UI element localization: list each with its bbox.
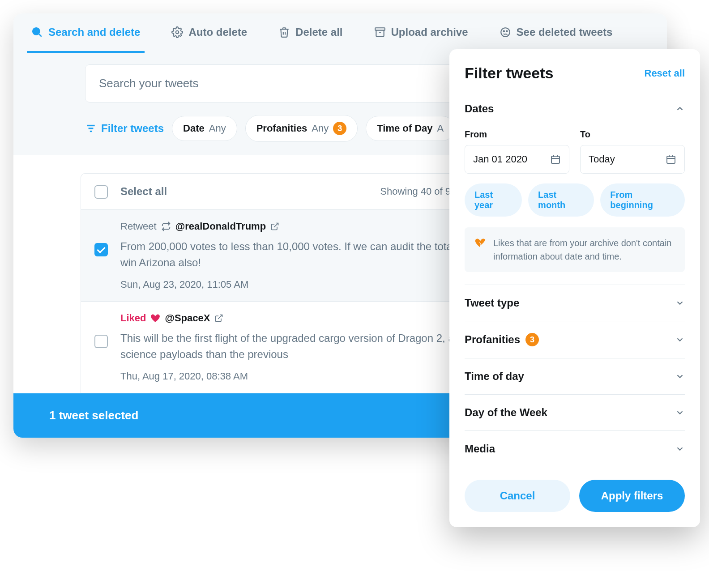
tweet-handle: @realDonaldTrump [175, 221, 266, 232]
archive-icon [374, 26, 386, 38]
external-link-icon[interactable] [270, 222, 279, 231]
tweet-type-label: Liked [120, 312, 146, 324]
tab-label: Auto delete [188, 26, 247, 38]
tweet-checkbox[interactable] [94, 335, 108, 348]
tab-upload-archive[interactable]: Upload archive [370, 13, 473, 53]
chevron-down-icon [675, 298, 685, 308]
svg-line-1 [39, 34, 42, 37]
cancel-button[interactable]: Cancel [465, 480, 570, 512]
svg-line-12 [218, 315, 222, 319]
trash-icon [278, 26, 290, 38]
retweet-icon [161, 222, 171, 231]
filter-tweets-button[interactable]: Filter tweets [85, 122, 164, 135]
date-to-field[interactable]: Today [580, 145, 685, 174]
date-to-label: To [580, 129, 685, 140]
tab-search-and-delete[interactable]: Search and delete [27, 13, 145, 53]
filter-panel-header: Filter tweets Reset all [449, 49, 700, 91]
chevron-down-icon [675, 444, 685, 454]
section-label: Dates [465, 102, 494, 115]
section-label: Tweet type [465, 297, 519, 309]
date-info-box: Likes that are from your archive don't c… [465, 227, 685, 272]
select-all-checkbox[interactable] [94, 185, 108, 199]
section-day-of-week[interactable]: Day of the Week [465, 394, 685, 430]
date-from-field[interactable]: Jan 01 2020 [465, 145, 569, 174]
filter-panel-body: Dates From Jan 01 2020 To Today Last yea… [449, 91, 700, 467]
pill-badge: 3 [333, 122, 346, 135]
svg-rect-17 [667, 156, 675, 163]
reset-all-button[interactable]: Reset all [645, 68, 685, 79]
svg-point-7 [506, 31, 508, 32]
tab-label: Delete all [295, 26, 342, 38]
tweet-type-label: Retweet [120, 221, 157, 232]
date-to-col: To Today [580, 129, 685, 174]
svg-point-2 [176, 31, 179, 34]
section-label: Profanities 3 [465, 333, 539, 346]
chevron-down-icon [675, 371, 685, 381]
filter-icon [85, 123, 97, 134]
filter-tweets-label: Filter tweets [101, 122, 164, 135]
date-from-value: Jan 01 2020 [473, 153, 527, 165]
quick-date-row: Last year Last month From beginning [465, 183, 685, 217]
heart-broken-icon [474, 237, 486, 249]
date-info-text: Likes that are from your archive don't c… [493, 236, 675, 263]
pill-value: Any [209, 123, 226, 134]
section-media[interactable]: Media [465, 430, 685, 467]
tab-label: Upload archive [391, 26, 468, 38]
section-label: Day of the Week [465, 406, 547, 419]
chevron-down-icon [675, 335, 685, 345]
tab-label: See deleted tweets [517, 26, 613, 38]
external-link-icon[interactable] [214, 314, 223, 323]
heart-icon [150, 313, 160, 323]
tab-delete-all[interactable]: Delete all [274, 13, 347, 53]
pill-label: Date [183, 123, 205, 134]
pill-value: A [437, 123, 444, 134]
section-label: Media [465, 443, 495, 455]
chevron-up-icon [675, 104, 685, 114]
tab-label: Search and delete [48, 26, 140, 38]
selection-count: 1 tweet selected [49, 409, 138, 422]
tab-auto-delete[interactable]: Auto delete [167, 13, 252, 53]
gear-icon [171, 26, 183, 38]
pill-value: Any [312, 123, 329, 134]
quick-from-beginning[interactable]: From beginning [600, 183, 685, 217]
select-all-label: Select all [120, 185, 167, 198]
section-time-of-day[interactable]: Time of day [465, 358, 685, 394]
section-profanities[interactable]: Profanities 3 [465, 321, 685, 358]
svg-rect-13 [551, 156, 560, 163]
filter-panel: Filter tweets Reset all Dates From Jan 0… [449, 49, 700, 527]
tweet-checkbox[interactable] [94, 243, 108, 256]
section-tweet-type[interactable]: Tweet type [465, 285, 685, 321]
apply-filters-button[interactable]: Apply filters [579, 480, 685, 512]
tab-bar: Search and delete Auto delete Delete all… [13, 13, 667, 53]
section-text: Profanities [465, 333, 520, 346]
pill-time-of-day[interactable]: Time of Day A [366, 116, 455, 141]
search-icon [31, 26, 43, 38]
tab-see-deleted[interactable]: See deleted tweets [495, 13, 617, 53]
section-badge: 3 [525, 333, 539, 346]
date-from-col: From Jan 01 2020 [465, 129, 569, 174]
date-inputs: From Jan 01 2020 To Today [465, 129, 685, 174]
svg-rect-3 [375, 28, 385, 30]
pill-date[interactable]: Date Any [172, 116, 237, 141]
ghost-icon [500, 26, 511, 38]
tweet-handle: @SpaceX [165, 312, 210, 324]
calendar-icon [550, 154, 561, 165]
chevron-down-icon [675, 408, 685, 418]
section-dates-header[interactable]: Dates [465, 91, 685, 127]
svg-point-6 [503, 31, 504, 32]
pill-label: Time of Day [377, 123, 432, 134]
filter-panel-title: Filter tweets [465, 64, 553, 82]
quick-last-year[interactable]: Last year [465, 183, 522, 217]
quick-last-month[interactable]: Last month [528, 183, 594, 217]
svg-point-0 [33, 28, 39, 34]
date-from-label: From [465, 129, 569, 140]
filter-panel-footer: Cancel Apply filters [449, 467, 700, 527]
pill-profanities[interactable]: Profanities Any 3 [245, 115, 358, 142]
date-to-value: Today [589, 153, 615, 165]
pill-label: Profanities [256, 123, 308, 134]
svg-line-11 [274, 223, 278, 227]
section-label: Time of day [465, 370, 524, 383]
calendar-icon [666, 154, 676, 165]
svg-point-5 [501, 28, 510, 37]
